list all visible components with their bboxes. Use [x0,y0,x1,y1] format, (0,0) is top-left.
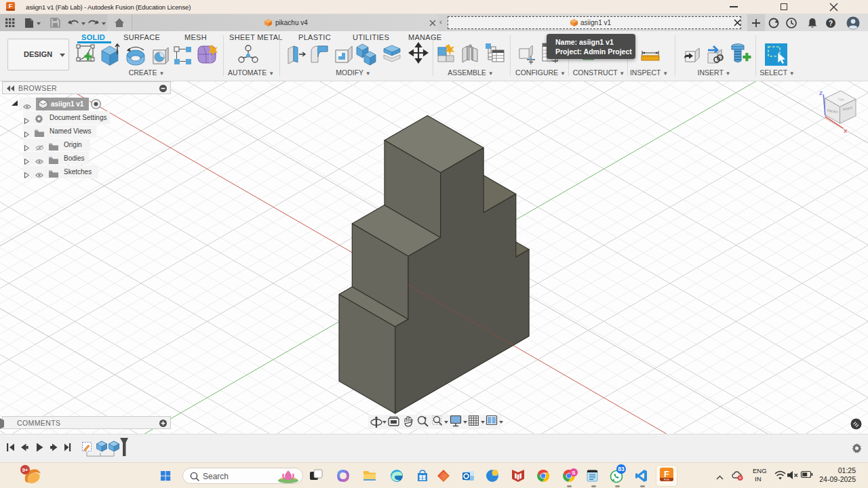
svg-text:83: 83 [618,466,625,472]
svg-text:IN: IN [755,475,762,483]
svg-text:ENG: ENG [753,467,767,474]
svg-text:S: S [572,470,576,476]
svg-text:01:25: 01:25 [838,466,856,474]
svg-text:24-09-2025: 24-09-2025 [819,475,856,483]
